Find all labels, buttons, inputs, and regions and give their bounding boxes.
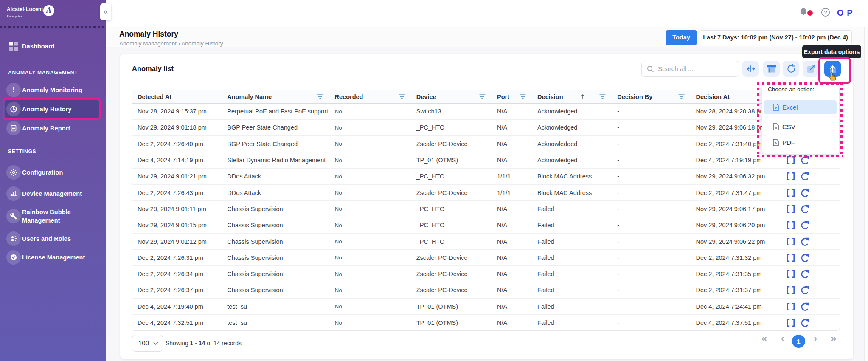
svg-text:?: ? [824,10,827,16]
